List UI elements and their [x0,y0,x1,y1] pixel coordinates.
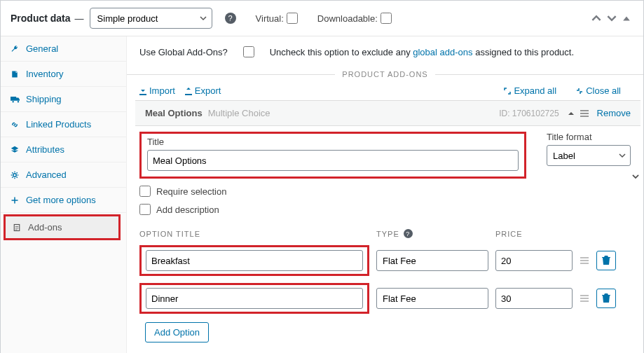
tab-more-label: Get more options [26,195,96,205]
option-price-input[interactable] [495,250,573,271]
note-icon [11,70,20,78]
title-format-label: Title format [547,132,631,142]
help-icon[interactable]: ? [225,13,236,24]
plus-icon [11,196,20,205]
download-icon [139,87,146,95]
expand-icon [504,88,511,95]
tab-advanced[interactable]: Advanced [1,162,126,188]
use-global-addons-label: Use Global Add-Ons? [139,47,228,57]
delete-option-button[interactable] [596,251,616,270]
downloadable-label: Downloadable: [317,13,378,24]
option-title-input[interactable] [146,250,363,271]
drag-handle-icon[interactable] [580,295,589,302]
wrench-icon [11,45,20,53]
virtual-checkbox[interactable]: Virtual: [256,13,298,24]
require-selection-checkbox[interactable]: Require selection [139,186,631,197]
product-data-dash: — [75,13,84,24]
help-icon[interactable]: ? [404,229,413,238]
tab-addons-label: Add-ons [28,222,62,233]
tabs-sidebar: General Inventory Shipping Linked Produc… [1,36,127,353]
panel-down-button[interactable] [604,13,619,23]
tab-shipping[interactable]: Shipping [1,87,126,112]
option-row: Flat Fee [139,283,631,314]
tab-inventory-label: Inventory [26,69,63,79]
option-title-input[interactable] [146,288,363,309]
layers-icon [11,146,20,154]
global-hint: Uncheck this option to exclude any globa… [270,47,574,57]
section-title: PRODUCT ADD-ONS [342,70,427,78]
downloadable-checkbox[interactable]: Downloadable: [317,13,392,24]
type-header: TYPE [376,230,399,238]
addon-title-input[interactable] [147,150,519,171]
close-all-link[interactable]: Close all [576,85,621,96]
add-description-checkbox[interactable]: Add description [139,204,631,215]
option-type-select[interactable]: Flat Fee [376,288,488,309]
gear-icon [11,171,20,179]
price-header: PRICE [495,230,594,238]
addon-subtitle: Multiple Choice [208,108,270,118]
title-field-label: Title [147,137,519,147]
tab-attributes-label: Attributes [26,144,64,155]
upload-icon [185,87,192,95]
drag-handle-icon[interactable] [580,110,589,117]
option-row: Flat Fee [139,245,631,276]
tab-linked-products[interactable]: Linked Products [1,112,126,137]
addon-name: Meal Options [145,108,203,118]
collapse-icon [576,88,583,95]
panel-up-button[interactable] [589,13,604,23]
option-type-select[interactable]: Flat Fee [376,250,488,271]
tab-general[interactable]: General [1,36,126,62]
export-link[interactable]: Export [185,85,221,96]
tab-addons[interactable]: Add-ons [6,216,118,238]
drag-handle-icon[interactable] [580,257,589,264]
tab-shipping-label: Shipping [26,94,62,104]
product-data-label: Product data [11,13,71,24]
tab-inventory[interactable]: Inventory [1,62,126,87]
tab-advanced-label: Advanced [26,169,67,180]
tab-linked-label: Linked Products [26,119,91,130]
use-global-addons-checkbox[interactable] [243,46,254,57]
truck-icon [11,95,20,104]
clipboard-icon [13,223,22,232]
collapse-addon-button[interactable] [568,110,575,117]
svg-point-0 [13,173,17,176]
option-title-header: OPTION TITLE [139,230,376,238]
import-link[interactable]: Import [139,85,175,96]
panel-toggle-button[interactable] [619,14,633,22]
link-icon [11,120,20,129]
add-description-label: Add description [156,205,219,215]
chevron-down-icon [632,173,639,180]
add-option-button[interactable]: Add Option [145,322,209,342]
virtual-label: Virtual: [256,13,284,24]
product-type-select[interactable]: Simple product [90,8,212,29]
title-format-select[interactable]: Label [547,145,631,166]
require-selection-label: Require selection [156,186,226,197]
tab-general-label: General [26,43,58,54]
addon-id: ID: 1706102725 [499,109,559,118]
remove-addon-link[interactable]: Remove [597,108,631,118]
tab-get-more-options[interactable]: Get more options [1,188,126,213]
global-addons-link[interactable]: global add-ons [413,47,472,57]
delete-option-button[interactable] [596,289,616,308]
expand-all-link[interactable]: Expand all [504,85,556,96]
tab-attributes[interactable]: Attributes [1,137,126,162]
option-price-input[interactable] [495,288,573,309]
chevron-down-icon [632,173,639,180]
